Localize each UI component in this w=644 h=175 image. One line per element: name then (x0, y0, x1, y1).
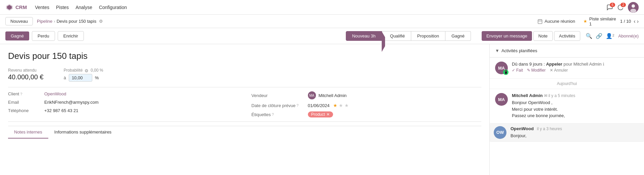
telephone-label: Téléphone (8, 108, 42, 113)
logo-icon (5, 3, 13, 11)
probability-input[interactable] (69, 74, 92, 82)
star-icon: ★ (583, 19, 587, 24)
enrichir-button[interactable]: Enrichir (58, 31, 84, 41)
perdu-button[interactable]: Perdu (32, 31, 55, 41)
prob-gear-icon[interactable]: ⚙ (85, 68, 89, 73)
step-qualifie[interactable]: Qualifié (382, 31, 411, 41)
left-panel: Devis pour 150 tapis Revenu attendu 40.0… (0, 44, 490, 175)
openwood-message-content: OpenWood il y a 3 heures Bonjour, (511, 126, 640, 139)
step-nouveau[interactable]: Nouveau 3h (346, 31, 382, 41)
pipeline-steps: Nouveau 3h Qualifié Proposition Gagné (346, 31, 471, 41)
message-item-openwood: OW OpenWood il y a 3 heures Bonjour, (490, 123, 644, 142)
etiquettes-question-mark[interactable]: ? (272, 112, 274, 116)
update-notifications[interactable]: 2 (617, 4, 624, 11)
top-navigation: CRM Ventes Pistes Analyse Configuration … (0, 0, 644, 15)
svg-point-4 (630, 9, 636, 13)
date-cloture-row: 01/06/2024 ★ ★ ★ (308, 103, 482, 108)
step-gagne[interactable]: Gagné (445, 31, 471, 41)
svg-rect-5 (538, 19, 542, 23)
step-proposition[interactable]: Proposition (411, 31, 445, 41)
cancel-icon: ✕ (550, 68, 553, 73)
edit-icon: ✎ (527, 68, 530, 73)
link-icon[interactable]: 🔗 (596, 33, 602, 39)
main-menu: Ventes Pistes Analyse Configuration (35, 5, 127, 10)
meeting-button[interactable]: Aucune réunion (537, 19, 575, 24)
mitchell-message-body: Bonjour OpenWood , Merci pour votre inté… (512, 99, 639, 119)
star-1[interactable]: ★ (333, 103, 337, 108)
planned-activity-item: MA 📱 Dû dans 9 jours : Appeler pour Mitc… (490, 58, 644, 79)
content-fields: Client ? OpenWood Email ErikNFrench@army… (8, 91, 481, 117)
client-question-mark[interactable]: ? (20, 92, 22, 96)
activities-arrow[interactable]: ▼ (495, 48, 499, 53)
send-message-button[interactable]: Envoyer un message (482, 31, 532, 41)
menu-configuration[interactable]: Configuration (99, 5, 127, 10)
tab-notes-internes[interactable]: Notes internes (8, 126, 48, 139)
message-item-mitchell: MA Mitchell Admin ✉ il y a 5 minutes Bon… (490, 89, 644, 123)
vendeur-label: Vendeur (252, 93, 305, 98)
note-button[interactable]: Note (533, 31, 552, 41)
client-value[interactable]: OpenWood (44, 91, 238, 96)
app-name: CRM (15, 4, 27, 10)
next-arrow[interactable]: › (637, 18, 639, 24)
piste-label: Piste similaire (589, 16, 616, 21)
openwood-time: il y a 3 heures (537, 126, 562, 131)
telephone-value: +32 987 65 43 21 (44, 108, 238, 113)
step-qualifie-label: Qualifié (390, 33, 405, 38)
user-avatar[interactable] (628, 2, 639, 13)
subscriber-button[interactable]: Abonné(e) (618, 33, 639, 38)
piste-info: Piste similaire 1 (589, 16, 616, 26)
activity-actions: ✓ Fait ✎ Modifier ✕ Annuler (512, 68, 639, 73)
breadcrumb-center: Aucune réunion ★ Piste similaire 1 (537, 16, 616, 26)
prev-arrow[interactable]: ‹ (634, 18, 635, 24)
step-gagne-label: Gagné (451, 33, 465, 38)
mitchell-avatar: MA (495, 93, 508, 106)
settings-icon[interactable]: ⚙ (99, 19, 103, 24)
menu-pistes[interactable]: Pistes (56, 5, 69, 10)
tab-informations-supplementaires[interactable]: Informations supplémentaires (48, 126, 118, 139)
modifier-button[interactable]: ✎ Modifier (527, 68, 546, 73)
check-icon: ✓ (512, 68, 515, 73)
star-3[interactable]: ★ (344, 103, 349, 108)
action-icons: 🔍 🔗 👤² (586, 33, 614, 39)
pipeline-link[interactable]: Pipeline (37, 19, 52, 24)
date-cloture-value: 01/06/2024 (308, 103, 330, 108)
gagne-button[interactable]: Gagné (5, 31, 29, 40)
step-proposition-label: Proposition (417, 33, 439, 38)
chat-notifications[interactable]: 6 (606, 4, 613, 11)
chat-badge: 6 (610, 3, 615, 7)
update-badge: 2 (621, 3, 626, 7)
vendeur-value: MA Mitchell Admin (308, 91, 482, 99)
annuler-button[interactable]: ✕ Annuler (550, 68, 568, 73)
client-label: Client ? (8, 91, 42, 96)
main-layout: Devis pour 150 tapis Revenu attendu 40.0… (0, 44, 644, 175)
step-nouveau-label: Nouveau 3h (352, 33, 376, 38)
fait-button[interactable]: ✓ Fait (512, 68, 523, 73)
similar-lead-button[interactable]: ★ Piste similaire 1 (583, 16, 616, 26)
mitchell-message-content: Mitchell Admin ✉ il y a 5 minutes Bonjou… (512, 93, 639, 119)
menu-ventes[interactable]: Ventes (35, 5, 49, 10)
activities-button[interactable]: Activités (554, 31, 580, 41)
revenue-value: 40.000,00 € (8, 73, 44, 81)
prob-label: Probabilité (64, 68, 83, 73)
revenue-prob-row: Revenu attendu 40.000,00 € Probabilité ⚙… (8, 68, 481, 82)
date-question-mark[interactable]: ? (297, 103, 299, 107)
tag-remove-icon[interactable]: ✕ (326, 112, 330, 117)
bottom-tabs: Notes internes Informations supplémentai… (8, 126, 481, 139)
right-details: Vendeur MA Mitchell Admin Date de clôtur… (238, 91, 482, 117)
user-icon[interactable]: 👤² (606, 33, 614, 39)
product-tag[interactable]: Product ✕ (308, 111, 333, 117)
star-rating[interactable]: ★ ★ ★ (333, 103, 349, 108)
breadcrumb: Pipeline › Devis pour 150 tapis ⚙ (37, 19, 103, 24)
mitchell-author: Mitchell Admin (512, 93, 543, 98)
svg-point-3 (632, 4, 635, 8)
new-button[interactable]: Nouveau (5, 17, 33, 25)
info-icon[interactable]: ℹ (603, 62, 604, 67)
divider-2 (8, 121, 481, 122)
search-icon[interactable]: 🔍 (586, 33, 592, 39)
probability-field: Probabilité ⚙ 0,00 % à % (64, 68, 103, 82)
app-logo[interactable]: CRM (5, 3, 27, 11)
whatsapp-icon: 📱 (503, 70, 508, 75)
menu-analyse[interactable]: Analyse (75, 5, 92, 10)
prob-value-display: 0,00 % (91, 68, 103, 73)
star-2[interactable]: ★ (339, 103, 343, 108)
